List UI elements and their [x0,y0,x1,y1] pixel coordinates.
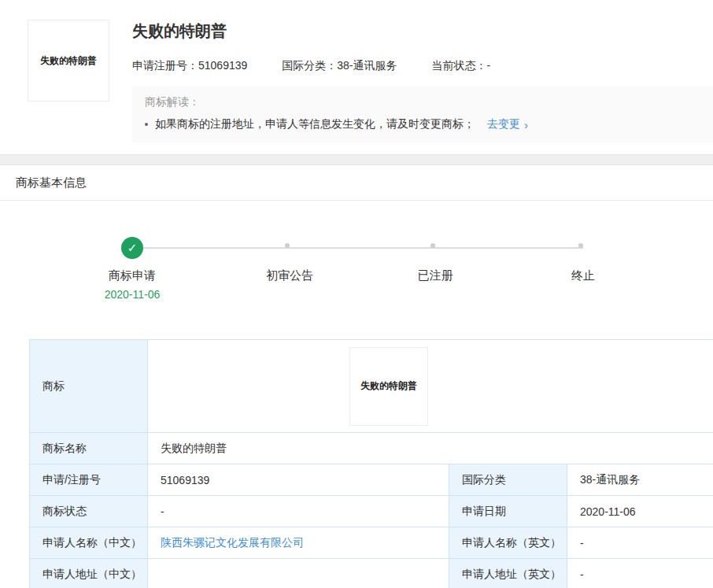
class-value-cell: 38-通讯服务 [567,464,713,496]
step-label-application: 商标申请 [77,268,187,283]
applicant-en-label-cell: 申请人名称（英文） [449,527,567,559]
step-dot-icon [430,243,435,248]
name-label-cell: 商标名称 [30,433,148,464]
name-value-cell: 失败的特朗普 [148,433,713,464]
chevron-right-icon: › [524,118,528,131]
table-row: 商标 失败的特朗普 [30,340,713,433]
change-link[interactable]: 去变更 › [487,117,528,131]
header-info: 失败的特朗普 申请注册号：51069139 国际分类：38-通讯服务 当前状态：… [132,0,713,142]
regno-value-cell: 51069139 [148,464,449,496]
header-meta-row: 申请注册号：51069139 国际分类：38-通讯服务 当前状态：- [132,59,713,73]
reg-no-label: 申请注册号： [132,59,198,72]
interpretation-text: 如果商标的注册地址，申请人等信息发生变化，请及时变更商标； [155,117,475,131]
step-label-preliminary: 初审公告 [235,268,345,283]
interpretation-title: 商标解读： [145,95,700,109]
step-dot-icon [578,243,583,248]
status-timeline: ✓ 商标申请 初审公告 已注册 终止 2020-11-06 [0,201,713,339]
date-label-cell: 申请日期 [449,496,567,527]
addr-cn-value-cell [148,559,449,588]
table-row: 商标名称 失败的特朗普 [30,433,713,464]
regno-label-cell: 申请/注册号 [30,464,148,496]
trademark-image: 失败的特朗普 [349,347,428,426]
page-title: 失败的特朗普 [132,20,713,42]
timeline-track [132,247,583,249]
applicant-company-link[interactable]: 陕西朱骡记文化发展有限公司 [161,536,304,549]
class-label-cell: 国际分类 [449,464,567,496]
applicant-cn-value-cell: 陕西朱骡记文化发展有限公司 [148,527,449,559]
step-date-application: 2020-11-06 [77,288,187,301]
interpretation-box: 商标解读： 如果商标的注册地址，申请人等信息发生变化，请及时变更商标； 去变更 … [132,86,713,142]
trademark-label-cell: 商标 [30,340,148,433]
interpretation-line: 如果商标的注册地址，申请人等信息发生变化，请及时变更商标； 去变更 › [145,117,700,131]
applicant-en-value-cell: - [567,527,713,559]
trademark-header-card: 失败的特朗普 失败的特朗普 申请注册号：51069139 国际分类：38-通讯服… [0,0,713,154]
step-label-registered: 已注册 [380,268,490,283]
addr-en-label-cell: 申请人地址（英文） [449,559,567,588]
step-complete-check-icon: ✓ [121,237,143,259]
table-row: 申请/注册号 51069139 国际分类 38-通讯服务 [30,464,713,496]
section-title: 商标基本信息 [0,165,713,201]
trademark-image-cell: 失败的特朗普 [148,340,713,433]
trademark-thumbnail-text: 失败的特朗普 [40,54,97,68]
reg-no-item: 申请注册号：51069139 [132,59,247,73]
trademark-info-table: 商标 失败的特朗普 商标名称 失败的特朗普 申请/注册号 51069139 国际… [29,339,713,588]
status-value: - [487,59,491,72]
table-row: 申请人名称（中文） 陕西朱骡记文化发展有限公司 申请人名称（英文） - [30,527,713,559]
table-row: 申请人地址（中文） 申请人地址（英文） - [30,559,713,588]
change-link-label: 去变更 [487,117,520,131]
step-dot-icon [285,243,290,248]
bullet-icon [145,123,148,126]
reg-no-value: 51069139 [198,59,247,72]
trademark-thumbnail: 失败的特朗普 [28,20,109,102]
applicant-cn-label-cell: 申请人名称（中文） [30,527,148,559]
status-label: 当前状态： [432,59,487,72]
step-label-terminated: 终止 [528,268,638,283]
addr-cn-label-cell: 申请人地址（中文） [30,559,148,588]
table-row: 商标状态 - 申请日期 2020-11-06 [30,496,713,527]
status-label-cell: 商标状态 [30,496,148,527]
intl-class-label: 国际分类： [282,59,337,72]
intl-class-item: 国际分类：38-通讯服务 [282,59,397,73]
status-item: 当前状态：- [432,59,491,73]
date-value-cell: 2020-11-06 [567,496,713,527]
intl-class-value: 38-通讯服务 [337,59,397,72]
status-value-cell: - [148,496,449,527]
section-divider [0,154,713,165]
addr-en-value-cell: - [567,559,713,588]
